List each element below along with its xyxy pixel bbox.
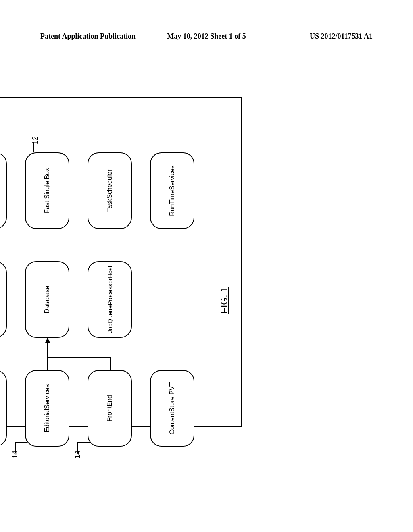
header-publication-type: Patent Application Publication bbox=[40, 32, 151, 41]
reference-numeral-12: 12 bbox=[31, 136, 40, 144]
component-jobqueueprocessorhost: JobQueueProcessorHost bbox=[88, 261, 132, 338]
component-label: Fast Single Box bbox=[44, 168, 51, 213]
component-fastsinglebox: Fast Single Box bbox=[25, 152, 69, 229]
component-editorialservices: EditorialServices bbox=[25, 370, 69, 447]
header-date-sheet: May 10, 2012 Sheet 1 of 5 bbox=[151, 32, 262, 41]
component-feedwebservice: FeedWebService bbox=[0, 152, 7, 229]
component-imageresizer: ImageResizer bbox=[0, 370, 7, 447]
connector-frontend-database-vertical bbox=[47, 357, 110, 358]
reference-numeral-14: 14 bbox=[11, 451, 19, 459]
component-label: TaskScheduler bbox=[106, 170, 113, 212]
component-label: JobQueueProcessorHost bbox=[106, 266, 113, 333]
connector-editorialservices-database bbox=[47, 338, 48, 370]
component-label: ContentStore PVT bbox=[169, 382, 176, 434]
figure-1-diagram: ImageResizer Transformation FeedWebServi… bbox=[20, 133, 351, 391]
component-transformation: Transformation bbox=[0, 261, 7, 338]
component-runtimeservices: RunTimeServices bbox=[150, 152, 194, 229]
component-taskscheduler: TaskScheduler bbox=[88, 152, 132, 229]
component-contentstorepvt: ContentStore PVT bbox=[150, 370, 194, 447]
component-frontend: FrontEnd bbox=[88, 370, 132, 447]
component-label: FrontEnd bbox=[106, 395, 113, 422]
figure-caption: FIG. 1 bbox=[219, 287, 230, 314]
system-boundary-box: ImageResizer Transformation FeedWebServi… bbox=[0, 97, 242, 427]
reference-numeral-14: 14 bbox=[73, 451, 82, 459]
component-database: Database bbox=[25, 261, 69, 338]
component-label: RunTimeServices bbox=[169, 165, 176, 216]
component-label: EditorialServices bbox=[44, 384, 51, 432]
leader-line-14b-v bbox=[77, 442, 90, 443]
leader-line-14a-v bbox=[15, 442, 27, 443]
page-header: Patent Application Publication May 10, 2… bbox=[0, 32, 413, 41]
arrowhead-icon bbox=[45, 338, 50, 343]
header-publication-number: US 2012/0117531 A1 bbox=[262, 32, 373, 41]
component-label: Database bbox=[44, 286, 51, 314]
connector-frontend-database-horizontal bbox=[110, 357, 111, 370]
